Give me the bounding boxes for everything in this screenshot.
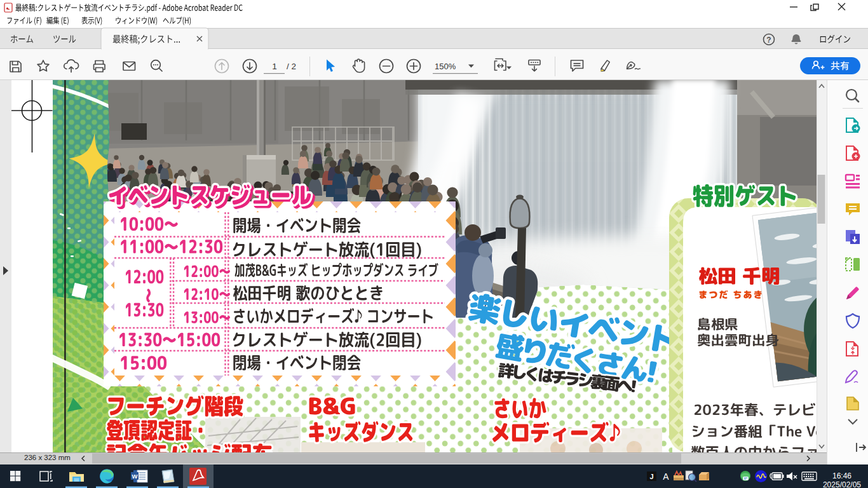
svg-text:16:46: 16:46 xyxy=(832,471,851,480)
svg-text:W: W xyxy=(132,473,138,480)
svg-text:/ 2: / 2 xyxy=(287,62,296,71)
svg-text:A: A xyxy=(663,471,669,482)
svg-text:150%: 150% xyxy=(435,62,456,71)
svg-text:J: J xyxy=(649,473,653,480)
svg-text:2025/02/05: 2025/02/05 xyxy=(823,480,861,488)
svg-text:?: ? xyxy=(766,36,771,44)
svg-text:1: 1 xyxy=(272,62,277,71)
